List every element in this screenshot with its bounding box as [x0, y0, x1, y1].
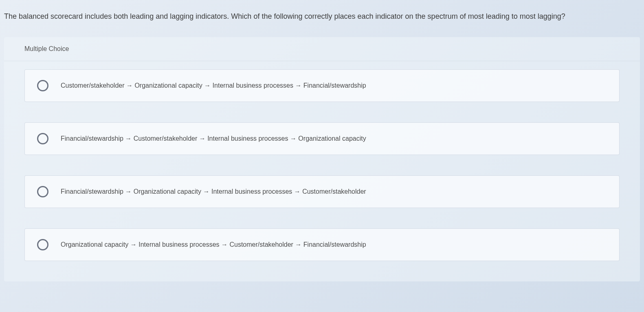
- section-header: Multiple Choice: [4, 37, 640, 61]
- multiple-choice-container: Multiple Choice Customer/stakeholder → O…: [4, 37, 640, 281]
- options-list: Customer/stakeholder → Organizational ca…: [4, 61, 640, 261]
- radio-icon: [37, 133, 48, 144]
- radio-icon: [37, 186, 48, 197]
- radio-icon: [37, 239, 48, 250]
- option-a[interactable]: Customer/stakeholder → Organizational ca…: [24, 69, 620, 102]
- option-b[interactable]: Financial/stewardship → Customer/stakeho…: [24, 122, 620, 155]
- option-a-label: Customer/stakeholder → Organizational ca…: [61, 82, 366, 89]
- option-b-label: Financial/stewardship → Customer/stakeho…: [61, 135, 366, 142]
- option-d-label: Organizational capacity → Internal busin…: [61, 241, 366, 248]
- question-prompt: The balanced scorecard includes both lea…: [0, 0, 644, 29]
- option-c[interactable]: Financial/stewardship → Organizational c…: [24, 175, 620, 208]
- option-c-label: Financial/stewardship → Organizational c…: [61, 188, 366, 195]
- radio-icon: [37, 80, 48, 91]
- option-d[interactable]: Organizational capacity → Internal busin…: [24, 228, 620, 261]
